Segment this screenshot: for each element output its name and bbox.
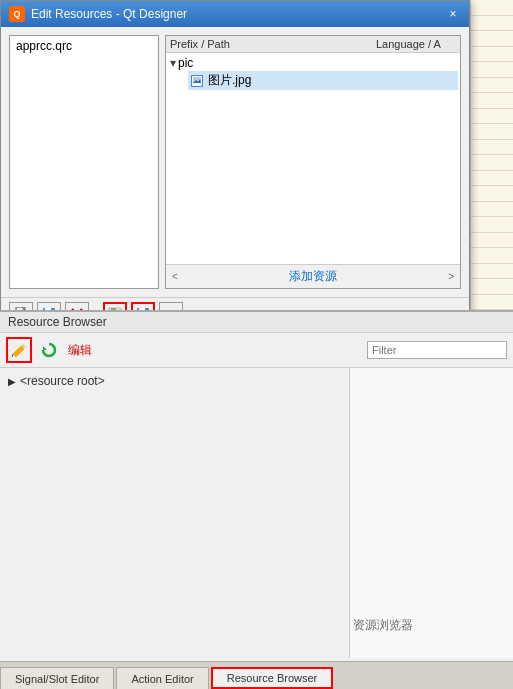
refresh-button[interactable] [36,337,62,363]
chevron-down-icon: ▾ [170,56,176,70]
title-bar: Q Edit Resources - Qt Designer × [1,1,469,27]
resource-browser-content: ▶ <resource root> [0,368,513,658]
tab-resource-browser-label: Resource Browser [227,672,317,684]
prefix-col1-header: Prefix / Path [170,38,376,50]
tab-signal-slot-label: Signal/Slot Editor [15,673,99,685]
add-resource-bar[interactable]: < 添加资源 > [166,264,460,288]
tab-signal-slot[interactable]: Signal/Slot Editor [0,667,114,689]
prefix-header: Prefix / Path Language / A [166,36,460,53]
rb-right-panel [350,368,513,658]
close-button[interactable]: × [445,6,461,22]
svg-line-18 [12,354,13,357]
dialog-body: apprcc.qrc Prefix / Path Language / A ▾ … [1,27,469,297]
resource-root-icon: ▶ [8,376,16,387]
tab-bar: Signal/Slot Editor Action Editor Resourc… [0,661,513,689]
file-list-panel[interactable]: apprcc.qrc [9,35,159,289]
resource-browser-panel: Resource Browser 编辑 ▶ [0,310,513,689]
arrow-left-icon: < [172,271,178,282]
tab-action-editor[interactable]: Action Editor [116,667,208,689]
tab-resource-browser[interactable]: Resource Browser [211,667,333,689]
tree-root-item[interactable]: ▾ pic [168,55,458,71]
resource-browser-title: Resource Browser [8,315,107,329]
resource-root-label: <resource root> [20,374,105,388]
edit-resources-button[interactable] [6,337,32,363]
dialog-title: Edit Resources - Qt Designer [31,7,187,21]
arrow-right-icon: > [448,271,454,282]
tree-child-label: 图片.jpg [208,72,251,89]
tree-child-container: 图片.jpg [168,71,458,90]
add-resource-label: 添加资源 [289,268,337,285]
prefix-panel: Prefix / Path Language / A ▾ pic [165,35,461,289]
rb-chinese-label-area: 资源浏览器 [353,617,413,634]
qt-icon: Q [9,6,25,22]
filter-input[interactable] [367,341,507,359]
title-bar-left: Q Edit Resources - Qt Designer [9,6,187,22]
prefix-col2-header: Language / A [376,38,456,50]
tree-child-item[interactable]: 图片.jpg [188,71,458,90]
tree-root-label: pic [178,56,193,70]
image-icon [190,74,204,88]
file-item[interactable]: apprcc.qrc [10,36,158,56]
edit-label: 编辑 [68,342,92,359]
resource-browser-toolbar: 编辑 [0,333,513,368]
zh-label: 资源浏览器 [353,617,413,634]
resource-browser-header: Resource Browser [0,312,513,333]
rb-left-panel: ▶ <resource root> [0,368,350,658]
prefix-tree: ▾ pic 图片.jpg [166,53,460,264]
tab-action-editor-label: Action Editor [131,673,193,685]
rb-root-item[interactable]: ▶ <resource root> [4,372,345,390]
right-decorative-strip [470,0,513,310]
svg-marker-19 [43,346,47,350]
